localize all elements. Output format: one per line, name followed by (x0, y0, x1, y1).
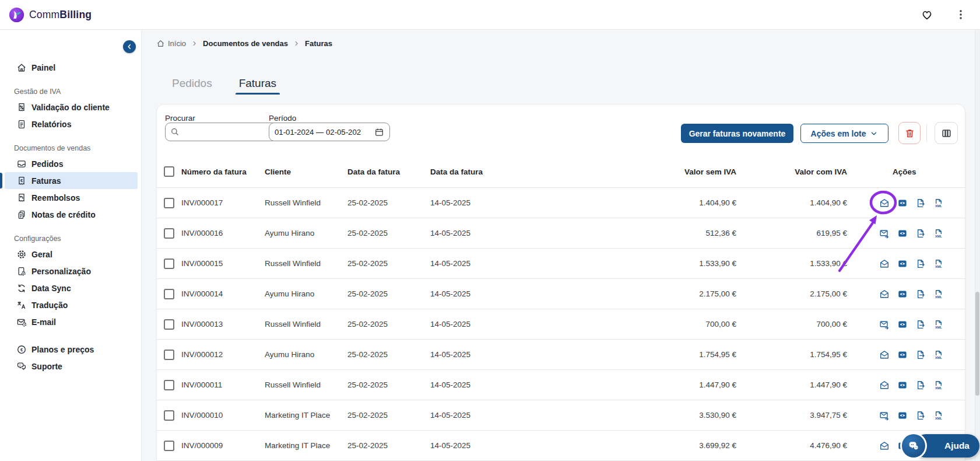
row-checkbox[interactable] (164, 410, 174, 421)
invoice-number: INV/000014 (181, 289, 265, 298)
sidebar-item-painel[interactable]: Painel (2, 59, 139, 76)
sidebar-collapse-button[interactable] (123, 40, 136, 53)
export-icon[interactable] (915, 228, 926, 239)
invoice-net-amount: 2.175,00 € (591, 289, 736, 298)
row-checkbox[interactable] (164, 441, 174, 451)
sidebar-item-faturas[interactable]: € Faturas (5, 172, 138, 189)
export-icon[interactable] (915, 410, 926, 421)
sidebar-item-data-sync[interactable]: Data Sync (2, 280, 139, 296)
xml-icon[interactable]: XML (933, 350, 944, 360)
sidebar-item-validacao-do-cliente[interactable]: Validação do cliente (2, 99, 139, 116)
row-checkbox[interactable] (164, 198, 174, 208)
row-checkbox[interactable] (164, 259, 174, 269)
gear-icon (16, 249, 27, 260)
mail-gear-icon (16, 317, 27, 327)
sidebar-item-relatorios[interactable]: Relatórios (2, 116, 139, 132)
breadcrumb-documentos-de-vendas[interactable]: Documentos de vendas (203, 39, 288, 48)
mail-open-icon[interactable] (879, 198, 890, 208)
sidebar-item-notas-de-credito[interactable]: Notas de crédito (2, 206, 139, 223)
mail-open-icon[interactable] (879, 289, 890, 299)
row-checkbox[interactable] (164, 228, 174, 239)
tab-pedidos[interactable]: Pedidos (168, 72, 216, 94)
xml-icon[interactable]: XML (933, 259, 944, 269)
svg-text:XML: XML (935, 386, 943, 390)
main-content: Início Documentos de vendas Faturas Pedi… (142, 30, 980, 461)
xml-icon[interactable]: XML (933, 380, 944, 390)
brand-logo[interactable]: CommBilling (9, 7, 92, 23)
mail-send-icon[interactable] (879, 228, 890, 239)
toolbar-divider (926, 124, 927, 142)
row-checkbox[interactable] (164, 350, 174, 360)
invoice-net-amount: 1.404,90 € (591, 198, 736, 207)
invoice-gross-amount: 3.947,75 € (736, 411, 847, 420)
delete-button[interactable] (898, 122, 921, 144)
help-button[interactable]: Ajuda (900, 432, 980, 459)
sidebar-item-reembolsos[interactable]: Reembolsos (2, 189, 139, 206)
table-row: INV/000016Ayumu Hirano25-02-202514-05-20… (157, 218, 965, 249)
svg-text:XML: XML (935, 204, 943, 208)
sidebar-item-email[interactable]: E-mail (2, 313, 139, 330)
view-icon[interactable] (897, 319, 908, 330)
invoice-client: Ayumu Hirano (265, 229, 347, 238)
invoice-net-amount: 1.754,95 € (591, 350, 736, 359)
sidebar-item-personalizacao[interactable]: Personalização (2, 263, 139, 280)
select-all-checkbox[interactable] (164, 166, 174, 177)
kebab-menu-icon[interactable] (954, 8, 967, 22)
view-icon[interactable] (897, 259, 908, 269)
mail-open-icon[interactable] (879, 259, 890, 269)
sync-icon (16, 283, 27, 294)
invoice-number: INV/000012 (181, 350, 265, 359)
col-header-acoes: Ações (847, 167, 965, 176)
row-checkbox[interactable] (164, 289, 174, 299)
export-icon[interactable] (915, 198, 926, 208)
mail-open-icon[interactable] (879, 441, 890, 451)
period-field[interactable]: 01-01-2024 — 02-05-202 (269, 123, 390, 141)
breadcrumb-inicio[interactable]: Início (156, 39, 186, 48)
view-icon[interactable] (897, 289, 908, 299)
sidebar-item-traducao[interactable]: Tradução (2, 296, 139, 313)
mail-send-icon[interactable] (879, 319, 890, 330)
view-icon[interactable] (897, 350, 908, 360)
tab-faturas[interactable]: Faturas (236, 72, 280, 94)
mail-send-icon[interactable] (879, 410, 890, 421)
invoice-net-amount: 700,00 € (591, 320, 736, 329)
row-checkbox[interactable] (164, 319, 174, 330)
scrollbar-thumb[interactable] (975, 292, 979, 396)
sidebar-item-suporte[interactable]: Suporte (2, 358, 139, 375)
columns-settings-button[interactable] (935, 122, 958, 144)
view-icon[interactable] (897, 198, 908, 208)
xml-icon[interactable]: XML (933, 289, 944, 299)
invoice-net-amount: 3.699,92 € (591, 441, 736, 450)
view-icon[interactable] (897, 380, 908, 390)
table-row: INV/000013Russell Winfield25-02-202514-0… (157, 309, 965, 340)
mail-open-icon[interactable] (879, 350, 890, 360)
export-icon[interactable] (915, 259, 926, 269)
search-field[interactable] (165, 123, 279, 141)
sidebar: Painel Gestão de IVA Validação do client… (0, 30, 142, 461)
xml-icon[interactable]: XML (933, 410, 944, 421)
row-actions: XML (847, 350, 965, 360)
receipt-return-icon (16, 193, 27, 203)
regenerate-invoices-button[interactable]: Gerar faturas novamente (681, 124, 793, 143)
favorites-heart-icon[interactable] (919, 7, 935, 22)
sidebar-item-planos-e-precos[interactable]: € Planos e preços (2, 341, 139, 358)
xml-icon[interactable]: XML (933, 319, 944, 330)
search-icon (170, 127, 180, 137)
mail-open-icon[interactable] (879, 380, 890, 390)
xml-icon[interactable]: XML (933, 228, 944, 239)
export-icon[interactable] (915, 289, 926, 299)
export-icon[interactable] (915, 380, 926, 390)
xml-icon[interactable]: XML (933, 198, 944, 208)
row-actions: XML (847, 198, 965, 208)
view-icon[interactable] (897, 410, 908, 421)
batch-actions-button[interactable]: Ações em lote (800, 124, 888, 143)
view-icon[interactable] (897, 228, 908, 239)
row-checkbox[interactable] (164, 380, 174, 390)
sidebar-item-pedidos[interactable]: Pedidos (2, 155, 139, 172)
sidebar-item-geral[interactable]: Geral (2, 246, 139, 263)
export-icon[interactable] (915, 350, 926, 360)
invoice-due-date: 14-05-2025 (430, 380, 591, 389)
euro-circle-icon: € (16, 344, 27, 355)
search-input[interactable] (183, 128, 274, 137)
export-icon[interactable] (915, 319, 926, 330)
